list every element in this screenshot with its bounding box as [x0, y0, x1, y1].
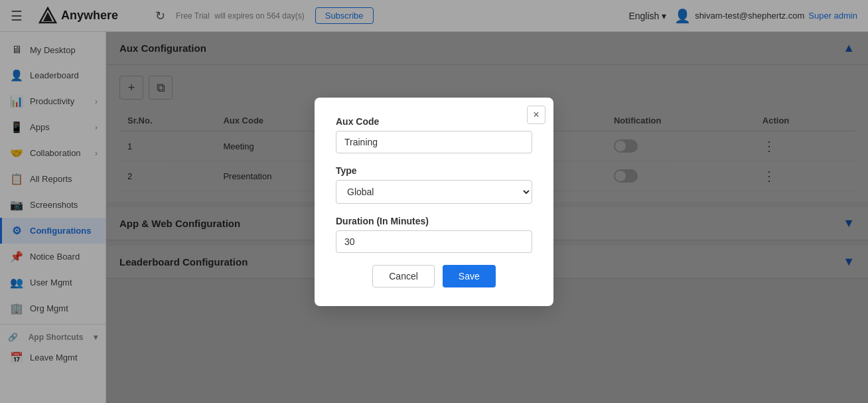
modal-close-button[interactable]: ×: [527, 106, 545, 124]
save-button[interactable]: Save: [443, 265, 496, 287]
cancel-button[interactable]: Cancel: [372, 265, 435, 287]
aux-code-label: Aux Code: [336, 116, 532, 127]
aux-code-field: Aux Code: [336, 116, 532, 153]
type-select[interactable]: Global Local Personal: [336, 180, 532, 204]
type-label: Type: [336, 165, 532, 176]
duration-field: Duration (In Minutes): [336, 216, 532, 253]
type-field: Type Global Local Personal: [336, 165, 532, 204]
modal-actions: Cancel Save: [336, 265, 532, 287]
aux-code-input[interactable]: [336, 131, 532, 153]
aux-code-modal: × Aux Code Type Global Local Personal Du…: [315, 98, 553, 306]
duration-input[interactable]: [336, 230, 532, 253]
modal-overlay: × Aux Code Type Global Local Personal Du…: [0, 0, 868, 403]
duration-label: Duration (In Minutes): [336, 216, 532, 226]
